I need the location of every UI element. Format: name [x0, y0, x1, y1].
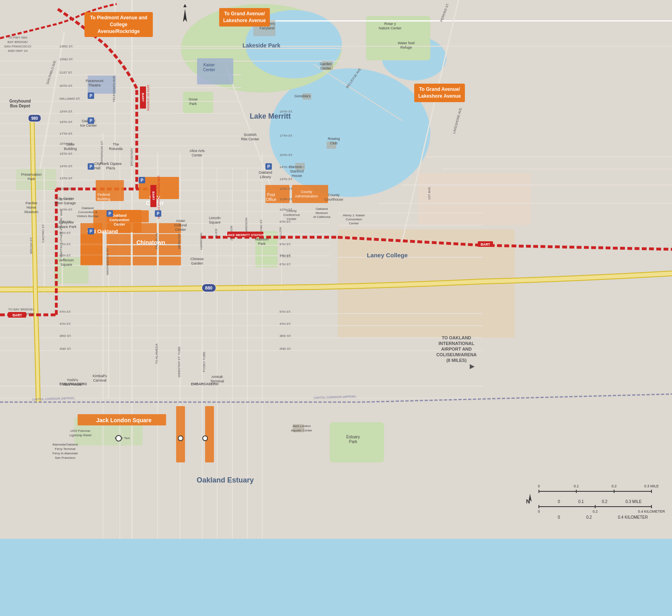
- svg-text:City: City: [94, 162, 101, 166]
- svg-text:Chinese: Chinese: [190, 257, 203, 261]
- bart-19th-label: BART: [140, 86, 146, 109]
- svg-text:20TH ST.: 20TH ST.: [60, 84, 73, 88]
- svg-rect-7: [366, 16, 430, 60]
- svg-rect-118: [88, 76, 116, 94]
- svg-text:Museum: Museum: [316, 211, 328, 215]
- svg-text:Plaza: Plaza: [106, 166, 115, 170]
- svg-text:Water fowl: Water fowl: [398, 41, 415, 45]
- svg-text:WEBSTER: WEBSTER: [177, 233, 181, 249]
- svg-text:Lake Merritt: Lake Merritt: [250, 112, 291, 120]
- svg-text:12TH ST.: 12TH ST.: [279, 187, 293, 191]
- svg-text:Park: Park: [349, 439, 358, 444]
- svg-text:Gondola's: Gondola's: [294, 94, 311, 98]
- svg-rect-351: [139, 177, 145, 183]
- svg-text:8TH ST.: 8TH ST.: [279, 242, 291, 246]
- svg-text:6TH ST.: 6TH ST.: [279, 263, 291, 266]
- svg-text:Oakland: Oakland: [112, 214, 127, 218]
- svg-text:SAN FRANCISCO: SAN FRANCISCO: [8, 312, 34, 316]
- svg-text:15TH ST.: 15TH ST.: [60, 152, 73, 156]
- svg-text:Kaiser: Kaiser: [203, 63, 215, 67]
- svg-text:AND HWY 24: AND HWY 24: [8, 49, 28, 53]
- svg-text:8TH ST.: 8TH ST.: [60, 231, 71, 235]
- svg-text:WILLIAMS ST.: WILLIAMS ST.: [60, 97, 80, 101]
- svg-text:Oakland: Oakland: [316, 207, 328, 211]
- svg-text:4TH ST.: 4TH ST.: [279, 322, 291, 326]
- svg-text:State: State: [66, 142, 74, 146]
- svg-text:Alice Arts: Alice Arts: [189, 149, 205, 153]
- svg-text:Asian: Asian: [176, 219, 185, 223]
- svg-rect-95: [80, 223, 103, 243]
- svg-text:16TH ST.: 16TH ST.: [60, 142, 73, 146]
- svg-rect-113: [292, 185, 328, 203]
- svg-text:2ND ST.: 2ND ST.: [279, 347, 292, 351]
- svg-text:Building: Building: [97, 197, 110, 201]
- svg-text:SAN PABLO AVE.: SAN PABLO AVE.: [45, 59, 57, 85]
- svg-text:19TH ST.: 19TH ST.: [279, 110, 293, 113]
- svg-text:The: The: [113, 142, 119, 146]
- svg-rect-114: [78, 414, 166, 425]
- callout-grand2: To Grand Avenue/Lakeshore Avenue: [414, 84, 465, 102]
- svg-rect-96: [80, 234, 103, 254]
- svg-text:WEBSTER ST. TUBE: WEBSTER ST. TUBE: [177, 347, 181, 378]
- svg-text:P: P: [141, 178, 144, 183]
- svg-text:Lafayette: Lafayette: [59, 220, 74, 224]
- svg-rect-111: [107, 210, 149, 222]
- svg-text:17TH ST.: 17TH ST.: [60, 132, 73, 136]
- svg-rect-10: [255, 231, 277, 267]
- svg-rect-13: [54, 257, 88, 283]
- svg-rect-109: [159, 245, 181, 255]
- svg-text:BRUSH ST.: BRUSH ST.: [29, 237, 33, 254]
- svg-text:Cultural: Cultural: [174, 223, 187, 227]
- svg-text:BROADWAY: BROADWAY: [130, 147, 134, 166]
- svg-text:14TH ST.: 14TH ST.: [279, 165, 293, 169]
- svg-rect-116: [205, 406, 214, 462]
- svg-text:Camron -: Camron -: [289, 165, 304, 169]
- svg-text:Square Park: Square Park: [56, 225, 77, 229]
- svg-text:N: N: [526, 498, 530, 505]
- svg-rect-103: [133, 223, 157, 233]
- svg-point-361: [116, 435, 121, 441]
- svg-text:21ST ST.: 21ST ST.: [60, 71, 73, 74]
- svg-text:13TH ST.: 13TH ST.: [60, 177, 73, 180]
- svg-text:Convention: Convention: [109, 218, 129, 222]
- svg-text:3RD ST.: 3RD ST.: [60, 334, 72, 338]
- svg-rect-0: [0, 0, 672, 616]
- svg-text:SAN FRANCISCO/: SAN FRANCISCO/: [4, 45, 32, 48]
- svg-text:Square: Square: [209, 220, 220, 224]
- svg-text:Oakland: Oakland: [259, 170, 272, 175]
- svg-text:Bus Depot: Bus Depot: [10, 104, 31, 108]
- svg-text:Yoshi's: Yoshi's: [67, 378, 78, 382]
- svg-rect-107: [159, 223, 181, 233]
- svg-line-120: [362, 394, 672, 402]
- svg-text:TELEGRAPH AVE.: TELEGRAPH AVE.: [112, 75, 116, 102]
- svg-text:980: 980: [31, 116, 38, 121]
- svg-text:PERKINS ST.: PERKINS ST.: [440, 3, 450, 23]
- svg-text:Federal: Federal: [98, 193, 110, 197]
- svg-text:City Center: City Center: [56, 197, 74, 201]
- svg-rect-135: [322, 61, 333, 70]
- svg-text:County: County: [328, 193, 340, 197]
- svg-rect-94: [93, 210, 142, 232]
- svg-text:Fairyland: Fairyland: [259, 26, 274, 30]
- svg-rect-101: [107, 245, 131, 255]
- map-container: 880 980: [0, 0, 672, 616]
- svg-text:Pardee: Pardee: [25, 201, 37, 205]
- svg-text:Ferry Terminal: Ferry Terminal: [55, 447, 76, 451]
- svg-text:Rowing: Rowing: [328, 137, 340, 141]
- svg-text:AIRPORT AND: AIRPORT AND: [441, 347, 472, 351]
- svg-text:9TH ST.: 9TH ST.: [60, 220, 71, 224]
- svg-text:COLISEUM/ARENA: COLISEUM/ARENA: [436, 352, 477, 357]
- svg-text:CASTRO ST.: CASTRO ST.: [41, 224, 45, 242]
- svg-text:EMBARCADERO: EMBARCADERO: [191, 382, 218, 386]
- svg-text:MADISON: MADISON: [245, 218, 248, 233]
- svg-text:11TH ST.: 11TH ST.: [60, 197, 73, 201]
- svg-text:P: P: [90, 229, 92, 234]
- svg-text:1ST AVE.: 1ST AVE.: [427, 186, 431, 200]
- svg-text:TO OAKLAND: TO OAKLAND: [442, 335, 471, 340]
- svg-text:POSEY TUBE: POSEY TUBE: [202, 352, 206, 372]
- svg-point-362: [178, 436, 183, 441]
- svg-text:▶: ▶: [470, 363, 475, 370]
- svg-text:▲: ▲: [182, 2, 188, 8]
- svg-text:Oakland: Oakland: [82, 206, 94, 210]
- svg-rect-14: [338, 229, 515, 338]
